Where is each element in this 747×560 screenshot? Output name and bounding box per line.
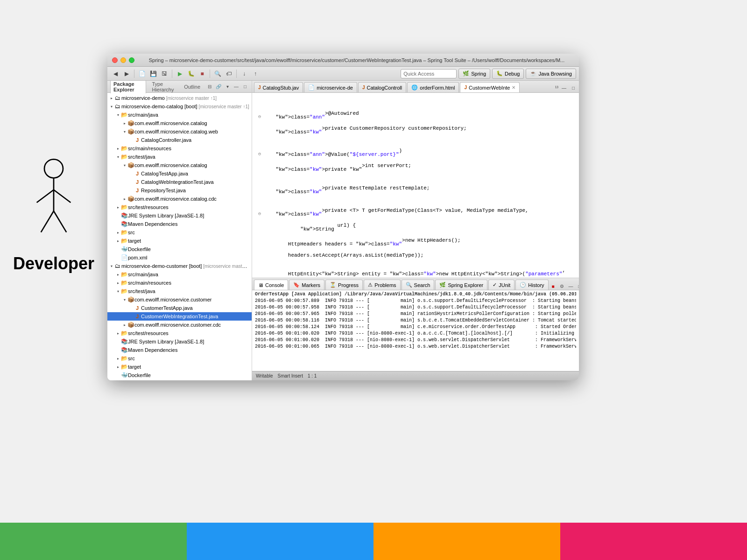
- tree-item[interactable]: J CatalogWebIntegrationTest.java: [107, 178, 252, 186]
- tree-item[interactable]: ▾ 🗂 microservice-demo-customer [boot] [m…: [107, 262, 252, 270]
- tab-progress[interactable]: ⏳ Progress: [325, 280, 363, 290]
- tree-item[interactable]: 📄 pom.xml: [107, 253, 252, 262]
- tab-catalog-controll[interactable]: J CatalogControll: [358, 82, 406, 92]
- tree-item[interactable]: ▸ 📂 src/main/resources: [107, 144, 252, 153]
- tree-item[interactable]: ▾ 📂 src/test/java: [107, 153, 252, 161]
- debug-perspective-button[interactable]: 🐛 Debug: [492, 69, 524, 79]
- tree-item[interactable]: J CustomerWebIntegrationTest.java: [107, 312, 252, 321]
- tab-package-explorer[interactable]: Package Explorer: [110, 81, 146, 93]
- tree-item[interactable]: ▾ 📦 com.ewolff.microservice.catalog.web: [107, 127, 252, 136]
- tree-item[interactable]: 📚 Maven Dependencies: [107, 346, 252, 354]
- next-annotation[interactable]: ↓: [239, 69, 249, 79]
- console-settings-button[interactable]: ⚙: [558, 282, 566, 290]
- tree-item[interactable]: ▸ 📦 com.ewolff.microservice.catalog.cdc: [107, 195, 252, 203]
- tab-console[interactable]: 🖥 Console: [254, 280, 288, 290]
- search-button[interactable]: 🔍: [212, 69, 223, 79]
- tab-microservice-de[interactable]: 📄 microservice-de: [304, 82, 357, 92]
- tree-item[interactable]: ▾ 📂 src/test/java: [107, 287, 252, 295]
- tree-label: src/main/java: [128, 272, 158, 277]
- toolbar-sep-3: [210, 70, 210, 78]
- link-editor-button[interactable]: 🔗: [215, 83, 222, 91]
- code-text: "kw">class: [263, 128, 306, 136]
- tree-item[interactable]: ▸ 📂 src: [107, 354, 252, 363]
- tree-item[interactable]: ▸ 📂 src/test/resources: [107, 203, 252, 211]
- tree-item[interactable]: ▾ 📦 com.ewolff.microservice.customer: [107, 295, 252, 304]
- new-button[interactable]: 📄: [137, 69, 147, 79]
- tab-problems[interactable]: ⚠ Problems: [364, 280, 400, 290]
- tree-item[interactable]: 🐳 Dockerfile: [107, 245, 252, 253]
- tree-item[interactable]: J CatalogTestApp.java: [107, 169, 252, 178]
- code-text: "kw">class: [263, 188, 306, 196]
- tree-label: src: [128, 356, 135, 361]
- tree-item[interactable]: ▾ 📦 com.ewolff.microservice.catalog: [107, 161, 252, 169]
- console-line: 2016-06-05 00:01:00.020 INFO 79318 --- […: [255, 337, 576, 343]
- forward-button[interactable]: ▶: [121, 69, 132, 79]
- tree-item[interactable]: ▸ 📦 com.ewolff.microservice.customer.cdc: [107, 321, 252, 329]
- maximize-window-button[interactable]: [129, 57, 134, 63]
- tree-item[interactable]: ▸ 📂 src/main/java: [107, 270, 252, 279]
- tab-customer-web-inte[interactable]: J CustomerWebInte ✕: [460, 82, 520, 92]
- close-window-button[interactable]: [112, 57, 118, 63]
- tree-item[interactable]: ▸ 📂 target: [107, 363, 252, 371]
- open-type-button[interactable]: 🏷: [224, 69, 234, 79]
- maximize-editor-button[interactable]: □: [570, 84, 577, 91]
- tab-order-form[interactable]: 🌐 orderForm.html: [407, 82, 459, 92]
- tree-icon: 📄: [120, 380, 128, 380]
- tree-item[interactable]: ▾ 🗂 microservice-demo-catalog [boot] [mi…: [107, 102, 252, 111]
- tree-icon: J: [134, 136, 141, 144]
- close-tab-button[interactable]: ✕: [512, 85, 515, 90]
- java-browsing-perspective-button[interactable]: ☕ Java Browsing: [526, 69, 576, 79]
- tab-outline[interactable]: Outline: [181, 83, 203, 91]
- tab-markers[interactable]: 🔖 Markers: [289, 280, 324, 290]
- problems-icon: ⚠: [368, 282, 373, 288]
- prev-annotation[interactable]: ↑: [250, 69, 261, 79]
- tree-item[interactable]: J RepositoryTest.java: [107, 186, 252, 195]
- tree-icon: 📦: [127, 195, 134, 203]
- tree-item[interactable]: 📄 pom.xml: [107, 379, 252, 380]
- tab-catalog-stub[interactable]: J CatalogStub.jav: [254, 82, 303, 92]
- maximize-panel-button[interactable]: □: [241, 83, 249, 91]
- tab-spring-explorer[interactable]: 🌿 Spring Explorer: [435, 280, 487, 290]
- quick-access-box[interactable]: Quick Access: [401, 69, 457, 78]
- run-button[interactable]: ▶: [175, 69, 185, 79]
- spring-perspective-button[interactable]: 🌿 Spring: [458, 69, 490, 79]
- tree-item[interactable]: ▸ 📂 target: [107, 237, 252, 245]
- tree-item[interactable]: 📚 Maven Dependencies: [107, 220, 252, 228]
- stop-button[interactable]: ■: [197, 69, 207, 79]
- code-editor[interactable]: ⊖ "kw">class="ann">@Autowired "kw">class…: [252, 93, 579, 278]
- tree-item[interactable]: ▸ 🗂 microservice-demo [microservice mast…: [107, 94, 252, 102]
- tree-item[interactable]: J CustomerTestApp.java: [107, 304, 252, 312]
- tab-search[interactable]: 🔍 Search: [402, 280, 435, 290]
- minimize-bottom-button[interactable]: —: [567, 282, 575, 290]
- stop-console-button[interactable]: ■: [550, 282, 557, 290]
- tree-item[interactable]: ▸ 📦 com.ewolff.microservice.catalog: [107, 119, 252, 127]
- tree-toggle: ▾: [122, 129, 127, 134]
- code-line: "kw">String url) {: [256, 222, 575, 237]
- minimize-window-button[interactable]: [120, 57, 126, 63]
- tree-item[interactable]: ▾ 📂 src/main/java: [107, 111, 252, 119]
- tree-item[interactable]: J CatalogController.java: [107, 136, 252, 144]
- debug-button[interactable]: 🐛: [186, 69, 196, 79]
- tree-item[interactable]: 📚 JRE System Library [JavaSE-1.8]: [107, 211, 252, 220]
- tree-item[interactable]: ▸ 📂 src/main/resources: [107, 279, 252, 287]
- tab-history[interactable]: 🕒 History: [515, 280, 548, 290]
- console-line: 2016-06-05 00:00:57.958 INFO 79318 --- […: [255, 304, 576, 311]
- console-line: 2016-06-05 00:01:00.020 INFO 79318 --- […: [255, 330, 576, 337]
- tree-item[interactable]: ▸ 📂 src: [107, 228, 252, 237]
- tree-item[interactable]: 🐳 Dockerfile: [107, 371, 252, 379]
- minimize-panel-button[interactable]: —: [233, 83, 240, 91]
- tree-icon: 📂: [120, 111, 128, 119]
- save-button[interactable]: 💾: [148, 69, 158, 79]
- maximize-bottom-button[interactable]: □: [576, 282, 579, 290]
- console-area[interactable]: OrderTestApp [Java Application] /Library…: [252, 290, 579, 371]
- tab-junit[interactable]: ✓ JUnit: [488, 280, 514, 290]
- collapse-all-button[interactable]: ⊟: [206, 83, 213, 91]
- tree-item[interactable]: 📚 JRE System Library [JavaSE-1.8]: [107, 337, 252, 346]
- save-all-button[interactable]: 🖫: [159, 69, 169, 79]
- view-menu-button[interactable]: ▾: [224, 83, 231, 91]
- back-button[interactable]: ◀: [110, 69, 120, 79]
- tab-type-hierarchy[interactable]: Type Hierarchy: [149, 81, 178, 93]
- minimize-editor-button[interactable]: —: [560, 84, 568, 91]
- code-gutter: ⊖: [256, 113, 263, 121]
- tree-item[interactable]: ▸ 📂 src/test/resources: [107, 329, 252, 337]
